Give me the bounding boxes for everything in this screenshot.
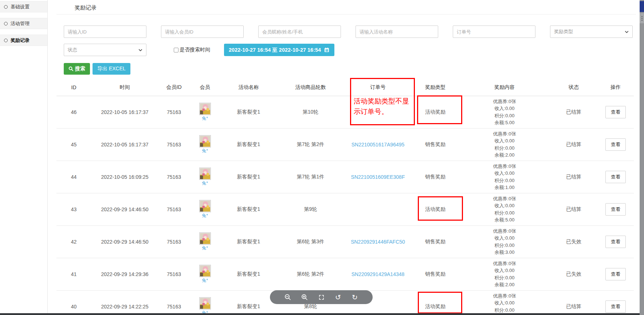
cell-order-no: SN2210051617A96495 — [344, 128, 412, 161]
table-row: 462022-10-05 16:17:3775163兔*新客裂变1第10轮活动奖… — [56, 96, 634, 128]
column-header: 会员 — [189, 79, 220, 96]
cell-action: 查看 — [597, 161, 634, 193]
sidebar-item-1[interactable]: 活动管理 — [0, 18, 47, 29]
cell-status: 已失效 — [550, 225, 597, 258]
export-excel-button[interactable]: 导出 EXCEL — [93, 63, 130, 75]
status-select[interactable]: 状态 — [64, 44, 146, 56]
cell-status: 已结算 — [550, 161, 597, 193]
view-button[interactable]: 查看 — [605, 268, 626, 280]
fullscreen-icon[interactable] — [318, 294, 325, 301]
column-header: 时间 — [91, 79, 158, 96]
scrollbar-top-accent — [640, 1, 644, 12]
cell-time: 2022-09-29 14:46:50 — [91, 225, 158, 258]
member-avatar[interactable] — [199, 103, 211, 115]
cell-reward-type: 销售奖励 — [412, 161, 459, 193]
zoom-out-icon[interactable] — [284, 294, 291, 301]
page-title-row: 奖励记录 — [56, 0, 636, 15]
rotate-left-icon[interactable]: ↺ — [334, 294, 342, 301]
order-number-link[interactable]: SN2209291446FAFC50 — [351, 239, 405, 245]
cell-action: 查看 — [597, 258, 634, 290]
chevron-down-icon — [624, 29, 629, 34]
cell-member-id: 75163 — [158, 161, 189, 193]
cell-reward-type: 销售奖励 — [412, 258, 459, 290]
column-header: 活动商品轮数 — [277, 79, 344, 96]
cell-id: 43 — [56, 193, 91, 225]
checkbox-icon[interactable] — [174, 48, 178, 52]
table-row: 422022-09-29 14:46:5075163兔*新客裂变1第6轮 第3件… — [56, 225, 634, 258]
order-number-link[interactable]: SN2210051609EE308F — [351, 174, 405, 180]
cell-member: 兔* — [189, 225, 220, 258]
calendar-icon — [324, 47, 330, 53]
member-avatar[interactable] — [199, 232, 211, 245]
cell-round: 第10轮 — [277, 96, 344, 128]
member-nickname[interactable]: 兔* — [202, 277, 208, 284]
member-nickname[interactable]: 兔* — [202, 245, 208, 251]
search-time-checkbox[interactable]: 是否搜索时间 — [174, 47, 210, 53]
filter-row-3: 搜索 导出 EXCEL — [64, 63, 640, 75]
view-button[interactable]: 查看 — [605, 138, 626, 151]
filter-input-activity-name[interactable] — [356, 25, 438, 38]
circle-icon — [4, 39, 8, 42]
member-nickname[interactable]: 兔* — [202, 180, 208, 186]
cell-time: 2022-09-29 14:29:36 — [91, 258, 158, 290]
cell-reward-content: 优惠券:0张收入:0.00积分:0.00余额:1.00 — [459, 161, 550, 193]
sidebar-item-0[interactable]: 基础设置 — [0, 1, 47, 12]
cell-id: 45 — [56, 128, 91, 161]
member-avatar[interactable] — [199, 135, 211, 147]
view-button[interactable]: 查看 — [605, 203, 626, 216]
member-nickname[interactable]: 兔* — [202, 213, 208, 219]
cell-round: 第6轮 第2件 — [277, 258, 344, 290]
cell-action: 查看 — [597, 290, 634, 315]
rotate-right-icon[interactable]: ↻ — [351, 294, 358, 301]
cell-member: 兔* — [189, 128, 220, 161]
reward-content-lines: 优惠券:0张收入:0.00积分:0.00余额:3.00 — [459, 228, 550, 256]
column-header: 活动名称 — [220, 79, 277, 96]
cell-member-id: 75163 — [158, 290, 189, 315]
date-range-button[interactable]: 2022-10-27 16:54 至 2022-10-27 16:54 — [224, 44, 334, 56]
scrollbar-thumb[interactable] — [640, 13, 644, 23]
cell-round: 第7轮 第2件 — [277, 128, 344, 161]
cell-status: 已结算 — [550, 128, 597, 161]
member-nickname[interactable]: 兔* — [202, 148, 208, 154]
zoom-in-icon[interactable] — [301, 294, 308, 301]
sidebar-item-2[interactable]: 奖励记录 — [0, 35, 47, 46]
page-root: { "sidebar": { "items": [ { "label": "基础… — [0, 0, 644, 315]
column-header: 订单号 — [344, 79, 412, 96]
cell-status: 已失效 — [550, 258, 597, 290]
view-button[interactable]: 查看 — [605, 300, 626, 313]
filter-input-member-id[interactable] — [161, 25, 244, 38]
date-range-text: 2022-10-27 16:54 至 2022-10-27 16:54 — [229, 47, 321, 54]
cell-time: 2022-10-05 16:17:37 — [91, 128, 158, 161]
vertical-scrollbar[interactable] — [640, 0, 644, 315]
cell-reward-content: 优惠券:0张收入:0.00积分:0.00余额:5.00 — [459, 290, 550, 315]
member-nickname[interactable]: 兔* — [202, 115, 208, 122]
main-content: 奖励记录 奖励类型 状态 是否搜索时间 20 — [48, 0, 640, 315]
order-number-link[interactable]: SN2210051617A96495 — [352, 142, 405, 147]
member-avatar[interactable] — [199, 200, 211, 212]
filter-input-id[interactable] — [64, 25, 146, 38]
reward-content-lines: 优惠券:0张收入:0.00积分:0.00余额:5.00 — [459, 292, 550, 315]
cell-reward-type: 销售奖励 — [412, 128, 459, 161]
order-number-link[interactable]: SN2209291429A14348 — [352, 271, 405, 277]
bottom-taskbar-edge — [0, 313, 644, 315]
cell-activity-name: 新客裂变1 — [220, 193, 277, 225]
member-avatar[interactable] — [199, 265, 211, 277]
search-button[interactable]: 搜索 — [64, 63, 90, 75]
reward-content-lines: 优惠券:0张收入:0.00积分:0.00余额:2.00 — [459, 130, 550, 159]
cell-time: 2022-09-29 14:46:50 — [91, 193, 158, 225]
member-avatar[interactable] — [199, 297, 211, 310]
reward-type-select[interactable]: 奖励类型 — [550, 25, 633, 38]
cell-member-id: 75163 — [158, 128, 189, 161]
cell-member: 兔* — [189, 96, 220, 128]
cell-activity-name: 新客裂变1 — [220, 128, 277, 161]
column-header: 会员ID — [158, 79, 189, 96]
view-button[interactable]: 查看 — [605, 106, 626, 118]
cell-activity-name: 新客裂变1 — [220, 258, 277, 290]
filter-input-member-nickname[interactable] — [258, 25, 341, 38]
cell-action: 查看 — [597, 225, 634, 258]
view-button[interactable]: 查看 — [605, 171, 626, 183]
filter-input-order-no[interactable] — [453, 25, 535, 38]
member-avatar[interactable] — [199, 168, 211, 180]
view-button[interactable]: 查看 — [605, 236, 626, 248]
cell-status: 已结算 — [550, 290, 597, 315]
